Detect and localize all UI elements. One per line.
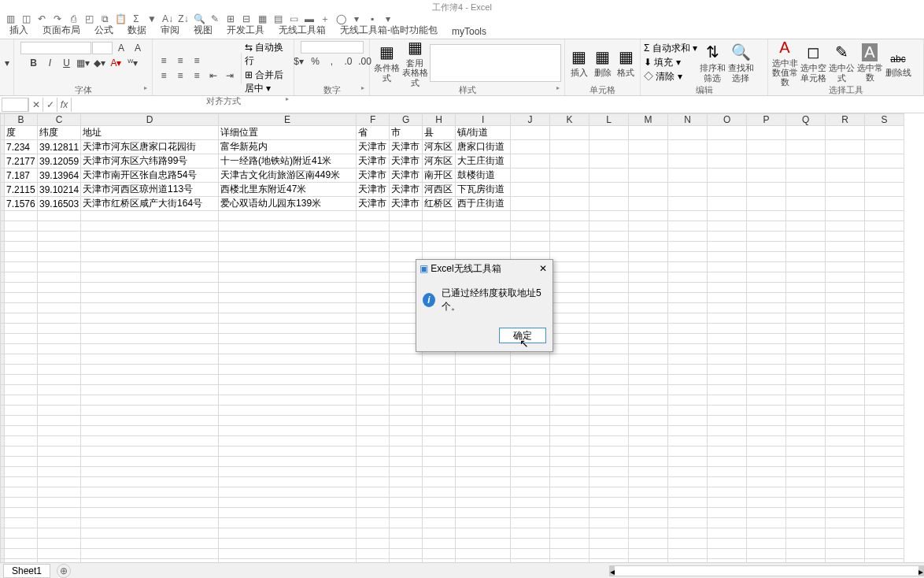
data-cell[interactable]: 39.12811 [38, 140, 81, 154]
table-format-button[interactable]: ▦套用 表格格式 [401, 43, 428, 83]
col-header-R[interactable]: R [826, 114, 865, 126]
sel-const-button[interactable]: A选中常数 [856, 43, 883, 83]
indent-dec-icon[interactable]: ⇤ [205, 69, 221, 83]
font-color-button[interactable]: A▾ [109, 56, 124, 70]
align-center-icon[interactable]: ≡ [172, 69, 188, 83]
data-cell[interactable]: 天津市 [357, 154, 390, 169]
tab-pagelayout[interactable]: 页面布局 [36, 22, 87, 39]
name-box[interactable] [2, 98, 28, 112]
data-cell[interactable]: 7.2177 [5, 154, 38, 169]
col-header-F[interactable]: F [357, 114, 390, 126]
format-cells-button[interactable]: ▦格式 [615, 43, 637, 83]
col-header-L[interactable]: L [590, 114, 629, 126]
indent-inc-icon[interactable]: ⇥ [222, 69, 238, 83]
add-sheet-button[interactable]: ⊕ [57, 564, 71, 578]
fx-icon[interactable]: fx [57, 98, 71, 112]
decrease-font-icon[interactable]: A [130, 41, 146, 55]
data-cell[interactable]: 唐家口街道 [456, 140, 511, 154]
data-cell[interactable]: 天津市南开区张自忠路54号 [81, 169, 219, 183]
col-header-E[interactable]: E [219, 114, 357, 126]
italic-button[interactable]: I [43, 56, 58, 70]
data-cell[interactable]: 39.12059 [38, 154, 81, 169]
data-cell[interactable]: 大王庄街道 [456, 154, 511, 169]
dialog-ok-button[interactable]: 确定 [499, 328, 546, 343]
col-header-P[interactable]: P [747, 114, 786, 126]
border-button[interactable]: ▦▾ [76, 56, 91, 70]
fill-color-button[interactable]: ◆▾ [92, 56, 108, 70]
data-cell[interactable]: 天津市河西区琼州道113号 [81, 183, 219, 197]
font-family-combo[interactable] [20, 42, 91, 54]
align-right-icon[interactable]: ≡ [189, 69, 205, 83]
data-cell[interactable]: 7.1576 [5, 197, 38, 211]
data-cell[interactable]: 天津市河东区六纬路99号 [81, 154, 219, 169]
tab-formulas[interactable]: 公式 [88, 22, 120, 39]
data-cell[interactable]: 鼓楼街道 [456, 169, 511, 183]
delete-cells-button[interactable]: ▦删除 [592, 43, 614, 83]
data-cell[interactable]: 天津市红桥区咸产大街164号 [81, 197, 219, 211]
sheet-tab-1[interactable]: Sheet1 [3, 564, 50, 578]
number-format-combo[interactable] [301, 41, 364, 54]
data-cell[interactable]: 7.187 [5, 169, 38, 183]
data-cell[interactable]: 天津市 [357, 197, 390, 211]
tab-view[interactable]: 视图 [187, 22, 219, 39]
data-cell[interactable]: 39.13964 [38, 169, 81, 183]
header-cell[interactable]: 县 [423, 126, 456, 140]
header-cell[interactable]: 地址 [81, 126, 219, 140]
data-cell[interactable]: 天津古文化街旅游区南449米 [219, 169, 357, 183]
align-bottom-icon[interactable]: ≡ [189, 54, 205, 68]
header-cell[interactable]: 省 [357, 126, 390, 140]
header-cell[interactable]: 详细位置 [219, 126, 357, 140]
merge-center-button[interactable]: ⊞ 合并后居中 ▾ [245, 69, 290, 95]
col-header-S[interactable]: S [865, 114, 904, 126]
font-size-combo[interactable] [92, 42, 113, 54]
data-cell[interactable]: 天津市 [390, 140, 423, 154]
data-cell[interactable]: 西楼北里东附近47米 [219, 183, 357, 197]
insert-cells-button[interactable]: ▦插入 [568, 43, 590, 83]
currency-icon[interactable]: $▾ [291, 54, 307, 69]
enter-icon[interactable]: ✓ [43, 98, 57, 112]
data-cell[interactable]: 天津市 [390, 197, 423, 211]
data-cell[interactable]: 39.16503 [38, 197, 81, 211]
comma-icon[interactable]: , [324, 54, 340, 69]
data-cell[interactable]: 7.234 [5, 140, 38, 154]
underline-button[interactable]: U [59, 56, 75, 70]
header-cell[interactable]: 市 [390, 126, 423, 140]
data-cell[interactable]: 南开区 [423, 169, 456, 183]
fill-button[interactable]: ⬇ 填充 ▾ [644, 56, 697, 69]
col-header-I[interactable]: I [456, 114, 511, 126]
data-cell[interactable]: 西于庄街道 [456, 197, 511, 211]
col-header-N[interactable]: N [668, 114, 708, 126]
tab-mytools[interactable]: myTools [445, 24, 493, 39]
data-cell[interactable]: 39.10214 [38, 183, 81, 197]
data-cell[interactable]: 河东区 [423, 154, 456, 169]
tab-review[interactable]: 审阅 [154, 22, 186, 39]
col-header-J[interactable]: J [511, 114, 550, 126]
data-cell[interactable]: 十一经路(地铁站)附近41米 [219, 154, 357, 169]
data-cell[interactable]: 河西区 [423, 183, 456, 197]
wrap-text-button[interactable]: ⇆ 自动换行 [245, 41, 290, 68]
find-select-button[interactable]: 🔍查找和选择 [727, 43, 754, 83]
data-cell[interactable]: 红桥区 [423, 197, 456, 211]
col-header-H[interactable]: H [423, 114, 456, 126]
align-middle-icon[interactable]: ≡ [172, 54, 188, 68]
col-header-G[interactable]: G [390, 114, 423, 126]
data-cell[interactable]: 天津市 [390, 169, 423, 183]
col-header-B[interactable]: B [5, 114, 38, 126]
tab-insert[interactable]: 插入 [3, 22, 35, 39]
clear-button[interactable]: ◇ 清除 ▾ [644, 70, 697, 83]
data-cell[interactable]: 天津市河东区唐家口花园街 [81, 140, 219, 154]
col-header-K[interactable]: K [550, 114, 590, 126]
data-cell[interactable]: 天津市 [357, 169, 390, 183]
align-top-icon[interactable]: ≡ [156, 54, 172, 68]
header-cell[interactable]: 纬度 [38, 126, 81, 140]
increase-font-icon[interactable]: A [113, 41, 129, 55]
autosum-button[interactable]: Σ 自动求和 ▾ [644, 42, 697, 55]
header-cell[interactable]: 度 [5, 126, 38, 140]
data-cell[interactable]: 7.2115 [5, 183, 38, 197]
col-header-C[interactable]: C [38, 114, 81, 126]
tab-data[interactable]: 数据 [121, 22, 153, 39]
cell-styles-gallery[interactable] [430, 44, 561, 82]
data-cell[interactable]: 天津市 [390, 154, 423, 169]
bold-button[interactable]: B [26, 56, 42, 70]
inc-decimal-icon[interactable]: .0 [341, 54, 357, 69]
